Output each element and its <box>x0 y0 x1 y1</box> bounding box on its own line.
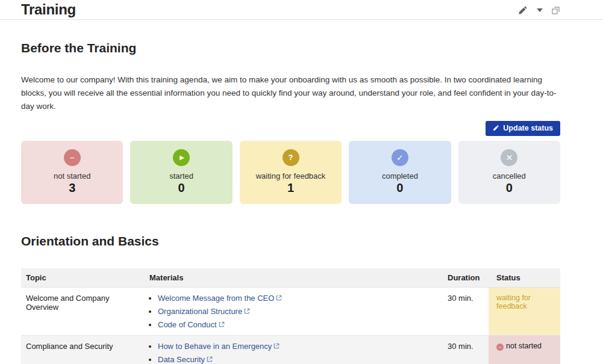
training-table: Topic Materials Duration Status Welcome … <box>21 268 560 364</box>
page-header: Training <box>0 0 603 20</box>
table-header-row: Topic Materials Duration Status <box>21 268 560 288</box>
cross-icon: ✕ <box>501 149 517 166</box>
list-item: Organizational Structure <box>158 307 438 316</box>
list-item: Data Security <box>158 355 438 364</box>
header-toolbar <box>518 5 560 15</box>
card-label: cancelled <box>493 171 526 180</box>
chevron-down-icon[interactable] <box>537 8 543 12</box>
card-count: 0 <box>396 181 403 195</box>
list-item: Welcome Message from the CEO <box>158 294 438 303</box>
material-link[interactable]: Welcome Message from the CEO <box>158 294 282 303</box>
status-card-completed: ✓ completed 0 <box>349 141 451 204</box>
minus-icon: − <box>64 149 81 166</box>
material-link[interactable]: Data Security <box>158 355 213 364</box>
status-summary-cards: − not started 3 ▶ started 0 ? waiting fo… <box>21 141 560 204</box>
play-icon: ▶ <box>173 149 190 166</box>
material-link[interactable]: How to Behave in an Emergency <box>158 342 280 351</box>
section-heading-before-training: Before the Training <box>21 41 560 55</box>
duration-cell: 30 min. <box>443 335 489 364</box>
material-link[interactable]: Organizational Structure <box>158 307 250 316</box>
card-label: waiting for feedback <box>256 171 326 180</box>
check-icon: ✓ <box>392 149 408 166</box>
status-text: not started <box>506 342 542 350</box>
button-row: Update status <box>21 121 560 136</box>
card-count: 0 <box>506 181 513 195</box>
status-card-not-started: − not started 3 <box>21 141 123 204</box>
external-link-icon <box>219 320 225 329</box>
status-card-waiting-for-feedback: ? waiting for feedback 1 <box>240 141 342 204</box>
section-heading-orientation: Orientation and Basics <box>21 234 560 248</box>
external-link-icon <box>276 294 282 303</box>
table-row-compliance-security: Compliance and Security How to Behave in… <box>21 335 560 364</box>
status-card-cancelled: ✕ cancelled 0 <box>458 141 560 204</box>
column-header-topic: Topic <box>21 268 145 288</box>
materials-cell: How to Behave in an Emergency Data Secur… <box>145 335 443 364</box>
column-header-materials: Materials <box>145 268 443 288</box>
materials-cell: Welcome Message from the CEO Organizatio… <box>145 287 443 335</box>
duration-cell: 30 min. <box>443 287 489 335</box>
status-text: waiting for feedback <box>496 294 531 310</box>
card-label: not started <box>54 171 90 180</box>
question-icon: ? <box>283 149 299 166</box>
column-header-duration: Duration <box>443 268 489 288</box>
card-label: completed <box>382 171 418 180</box>
column-header-status: Status <box>489 268 560 288</box>
external-link-icon <box>207 355 213 364</box>
edit-pencil-icon[interactable] <box>518 5 528 15</box>
status-card-started: ▶ started 0 <box>130 141 232 204</box>
intro-paragraph: Welcome to our company! With this traini… <box>21 73 560 113</box>
external-link-icon <box>244 307 250 316</box>
card-count: 0 <box>178 181 185 195</box>
pencil-icon <box>493 125 499 131</box>
main-content: Before the Training Welcome to our compa… <box>0 41 603 364</box>
card-count: 3 <box>69 181 75 195</box>
list-item: How to Behave in an Emergency <box>158 342 438 351</box>
update-status-label: Update status <box>503 124 553 132</box>
status-cell-not-started: −not started <box>489 335 560 364</box>
page-title: Training <box>21 1 76 18</box>
table-row-welcome-overview: Welcome and Company Overview Welcome Mes… <box>21 287 560 335</box>
card-count: 1 <box>287 181 294 195</box>
material-link[interactable]: Code of Conduct <box>158 320 225 329</box>
not-started-icon: − <box>496 344 504 351</box>
status-cell-waiting-for-feedback: waiting for feedback <box>489 287 560 335</box>
external-link-icon <box>273 342 280 351</box>
expand-window-icon[interactable] <box>552 7 560 14</box>
topic-cell: Welcome and Company Overview <box>21 287 145 335</box>
topic-cell: Compliance and Security <box>21 335 145 364</box>
update-status-button[interactable]: Update status <box>486 121 560 136</box>
card-label: started <box>169 171 193 180</box>
list-item: Code of Conduct <box>158 320 438 329</box>
